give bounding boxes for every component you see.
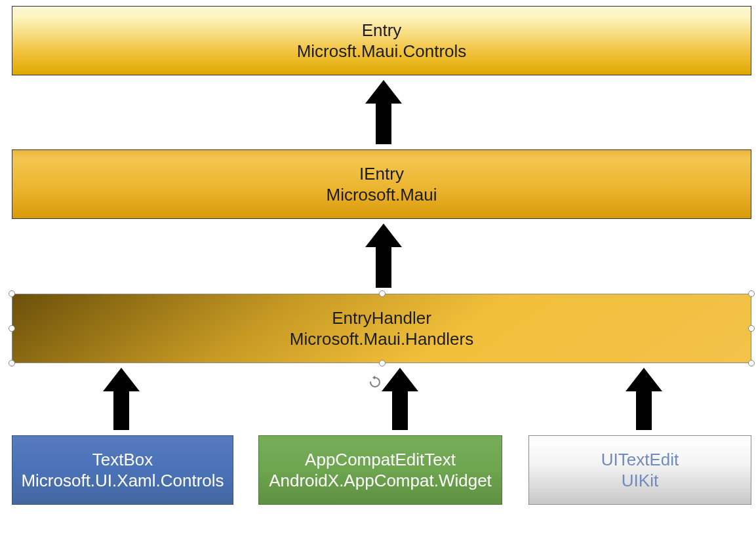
svg-marker-5 xyxy=(626,368,662,430)
entry-title: Entry xyxy=(362,20,402,41)
rotation-handle-icon[interactable] xyxy=(368,376,382,389)
arrow-ientry-to-entry xyxy=(365,80,402,144)
selection-handle-tc[interactable] xyxy=(379,290,386,297)
selection-handle-bl[interactable] xyxy=(9,360,15,366)
arrow-uitext-to-handler xyxy=(626,368,662,430)
selection-handle-br[interactable] xyxy=(748,360,755,366)
uitext-title: UITextEdit xyxy=(601,449,679,471)
selection-handle-bc[interactable] xyxy=(379,360,386,366)
svg-marker-3 xyxy=(103,368,140,430)
textbox-box: TextBox Microsoft.UI.Xaml.Controls xyxy=(12,435,233,505)
svg-marker-1 xyxy=(365,224,402,288)
appcompat-subtitle: AndroidX.AppCompat.Widget xyxy=(269,470,492,492)
appcompat-box: AppCompatEditText AndroidX.AppCompat.Wid… xyxy=(258,435,502,505)
svg-marker-0 xyxy=(365,80,402,144)
handler-subtitle: Microsoft.Maui.Handlers xyxy=(290,328,473,350)
svg-marker-2 xyxy=(372,376,375,380)
ientry-subtitle: Microsoft.Maui xyxy=(326,184,437,206)
textbox-subtitle: Microsoft.UI.Xaml.Controls xyxy=(21,470,224,492)
selection-handle-tr[interactable] xyxy=(748,290,755,297)
uitextedit-box: UITextEdit UIKit xyxy=(528,435,751,505)
entryhandler-box[interactable]: EntryHandler Microsoft.Maui.Handlers xyxy=(12,294,751,363)
ientry-box: IEntry Microsoft.Maui xyxy=(12,149,751,219)
arrow-handler-to-ientry xyxy=(365,224,402,288)
handler-title: EntryHandler xyxy=(332,307,431,329)
selection-handle-ml[interactable] xyxy=(9,325,15,332)
selection-handle-tl[interactable] xyxy=(9,290,15,297)
uitext-subtitle: UIKit xyxy=(622,470,658,492)
ientry-title: IEntry xyxy=(359,163,404,185)
textbox-title: TextBox xyxy=(92,449,153,471)
entry-box: Entry Microsft.Maui.Controls xyxy=(12,6,751,75)
selection-handle-mr[interactable] xyxy=(748,325,755,332)
arrow-appcompat-to-handler xyxy=(382,368,418,430)
appcompat-title: AppCompatEditText xyxy=(305,449,456,471)
arrow-textbox-to-handler xyxy=(103,368,140,430)
entry-subtitle: Microsft.Maui.Controls xyxy=(297,41,467,62)
svg-marker-4 xyxy=(382,368,418,430)
